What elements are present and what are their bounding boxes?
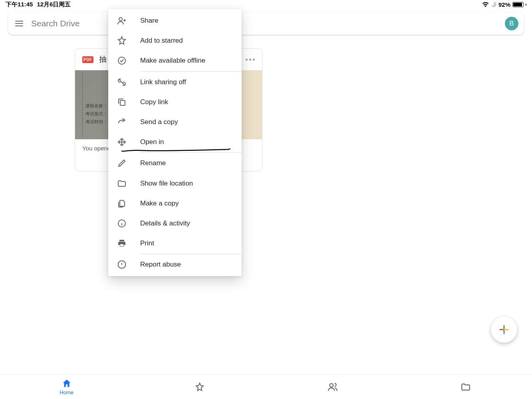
report-icon <box>117 260 127 269</box>
search-bar[interactable]: Search Drive B <box>8 12 524 35</box>
menu-item-label: Report abuse <box>140 261 181 269</box>
pdf-badge-icon: PDF <box>82 56 93 63</box>
menu-item-details-activity[interactable]: Details & activity <box>108 213 242 233</box>
print-icon <box>117 239 127 248</box>
battery-icon <box>512 2 524 7</box>
offline-check-icon <box>117 56 127 65</box>
menu-item-label: Make available offline <box>140 57 205 65</box>
more-options-icon[interactable] <box>246 59 255 61</box>
moon-icon <box>491 2 496 7</box>
menu-item-add-to-starred[interactable]: Add to starred <box>108 31 242 51</box>
home-icon <box>62 378 72 389</box>
context-menu: ShareAdd to starredMake available offlin… <box>108 9 242 276</box>
file-copy-icon <box>117 199 127 208</box>
menu-item-rename[interactable]: Rename <box>108 153 242 173</box>
menu-item-label: Details & activity <box>140 219 190 227</box>
menu-item-label: Make a copy <box>140 200 179 207</box>
svg-rect-2 <box>120 101 125 105</box>
menu-item-print[interactable]: Print <box>108 233 242 253</box>
menu-item-show-file-location[interactable]: Show file location <box>108 174 242 194</box>
menu-item-label: Show file location <box>140 180 193 188</box>
nav-shared[interactable]: Shared <box>266 382 399 392</box>
link-off-icon <box>117 77 127 87</box>
menu-item-link-sharing-off[interactable]: Link sharing off <box>108 72 242 92</box>
wifi-icon <box>482 2 489 7</box>
star-outline-icon <box>195 382 204 392</box>
pencil-icon <box>117 158 127 168</box>
folder-outline-icon <box>461 382 471 392</box>
person-add-icon <box>117 16 127 26</box>
menu-item-label: Share <box>140 17 158 25</box>
bottom-nav: HomeStarredSharedFiles <box>0 374 532 399</box>
info-icon <box>117 219 127 228</box>
svg-point-4 <box>330 383 333 387</box>
menu-item-label: Link sharing off <box>140 78 186 86</box>
search-input[interactable]: Search Drive <box>31 19 497 28</box>
svg-point-0 <box>119 18 122 21</box>
nav-home[interactable]: Home <box>0 378 133 395</box>
add-button[interactable] <box>491 316 517 343</box>
folder-icon <box>117 179 127 188</box>
nav-files[interactable]: Files <box>399 382 532 392</box>
menu-divider <box>140 71 242 72</box>
menu-divider <box>140 152 242 153</box>
menu-item-label: Rename <box>140 159 166 167</box>
status-date: 12月6日周五 <box>37 1 71 8</box>
menu-item-share[interactable]: Share <box>108 11 242 31</box>
svg-point-1 <box>118 57 125 64</box>
nav-label: Home <box>60 389 73 395</box>
menu-icon[interactable] <box>15 21 23 26</box>
menu-item-send-a-copy[interactable]: Send a copy <box>108 112 242 132</box>
menu-item-make-available-offline[interactable]: Make available offline <box>108 51 242 71</box>
menu-item-copy-link[interactable]: Copy link <box>108 92 242 112</box>
menu-item-label: Print <box>140 239 154 247</box>
menu-item-report-abuse[interactable]: Report abuse <box>108 255 242 275</box>
avatar[interactable]: B <box>505 17 518 30</box>
people-icon <box>328 382 338 392</box>
menu-item-open-in[interactable]: Open in <box>108 132 242 152</box>
menu-item-label: Send a copy <box>140 118 178 126</box>
menu-divider <box>140 254 242 254</box>
arrow-forward-icon <box>117 117 127 127</box>
menu-item-label: Add to starred <box>140 37 183 45</box>
status-bar: 下午11:45 12月6日周五 92% <box>0 0 532 9</box>
status-time: 下午11:45 <box>6 1 33 8</box>
battery-percent: 92% <box>498 1 510 8</box>
copy-icon <box>117 97 127 107</box>
menu-item-label: Copy link <box>140 98 168 106</box>
move-icon <box>117 137 127 147</box>
menu-item-label: Open in <box>140 138 164 146</box>
nav-starred[interactable]: Starred <box>133 382 266 392</box>
menu-item-make-a-copy[interactable]: Make a copy <box>108 194 242 213</box>
star-outline-icon <box>117 36 127 45</box>
